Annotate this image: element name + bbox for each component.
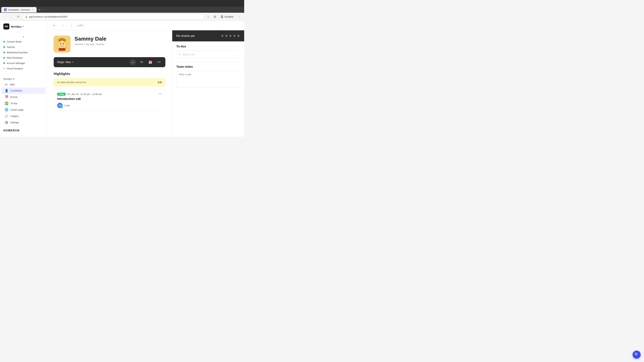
prev-candidate-button[interactable]: ↑ xyxy=(60,22,66,28)
job-status-dot xyxy=(3,41,5,42)
action-bar: Stage: New ▾ — ✉ 📅 ••• xyxy=(54,57,165,67)
edit-retention-button[interactable]: Edit xyxy=(158,81,162,84)
main-content: × ↑ ↓ 1 of 3 xyxy=(47,21,244,137)
event-time-row: Today Fri, Jan 19 · 11:45 pm - 12:00 am xyxy=(57,93,102,96)
warning-text: No data retention period set xyxy=(57,81,86,84)
add-todo-icon: + xyxy=(179,52,181,56)
bookmark-button[interactable]: ☆ xyxy=(206,14,211,19)
forward-button[interactable]: → xyxy=(9,14,14,19)
review-label: No review yet xyxy=(176,34,194,38)
new-tab-button[interactable]: + xyxy=(37,7,42,12)
job-status-dot xyxy=(3,62,5,64)
url-text: app.homerun.co/candidates/5425507 xyxy=(29,15,68,18)
stage-select[interactable]: Stage: New ▾ xyxy=(57,61,127,64)
add-todo-button[interactable]: + Add a to-do xyxy=(176,51,240,58)
sidebar-item-content-writer[interactable]: Content Writer xyxy=(0,39,47,44)
org-section-header[interactable]: Moodjoy ▾ xyxy=(0,77,47,81)
active-tab[interactable]: H Candidates · Homerun × xyxy=(1,7,36,12)
attendee-row: SS ✓ 1 yes xyxy=(57,103,162,108)
sidebar-item-insights[interactable]: 📈 Insights xyxy=(1,113,46,119)
sidebar-item-visual-designer[interactable]: Visual Designer xyxy=(0,66,47,71)
svg-point-3 xyxy=(59,41,66,48)
tab-title: Candidates · Homerun xyxy=(8,8,30,11)
incognito-icon: 🕵 xyxy=(221,15,224,18)
email-button[interactable]: ✉ xyxy=(138,59,144,65)
attendee-count: 1 yes xyxy=(64,104,70,107)
sidebar-item-events[interactable]: 📅 Events xyxy=(1,94,46,100)
tab-search-button[interactable]: ⊞ xyxy=(212,14,218,19)
team-notes-input[interactable] xyxy=(176,71,240,88)
browser-menu-button[interactable]: ⋮ xyxy=(237,14,242,19)
events-icon: 📅 xyxy=(5,95,8,99)
star-5[interactable]: ★ xyxy=(237,34,240,38)
homerun-logo: HOMERUN xyxy=(3,129,44,132)
more-icon: ••• xyxy=(158,60,161,64)
star-2[interactable]: ★ xyxy=(225,34,228,38)
close-candidate-button[interactable]: × xyxy=(51,22,57,28)
todos-section: To-dos + Add a to-do xyxy=(172,41,244,62)
event-more-button[interactable]: ••• xyxy=(159,92,162,96)
job-status-dot xyxy=(3,46,5,48)
job-status-dot-draft xyxy=(3,68,5,69)
content-area: Sammy Dale Sourced 1 day ago · Teacher S… xyxy=(47,30,244,137)
data-retention-warning: No data retention period set Edit xyxy=(54,78,165,86)
settings-icon: ⚙️ xyxy=(5,121,8,124)
scroll-up-button[interactable]: ▲ xyxy=(22,34,26,38)
star-3[interactable]: ★ xyxy=(229,34,232,38)
sidebar-header: MM Moodjoy ▾ xyxy=(0,21,47,32)
stars-row[interactable]: ★ ★ ★ ★ ★ xyxy=(221,34,240,38)
tab-close-button[interactable]: × xyxy=(31,8,34,11)
sidebar-footer: HOMERUN xyxy=(0,127,47,134)
jobs-icon: 🗂 xyxy=(5,83,8,86)
tab-bar: H Candidates · Homerun × + xyxy=(0,7,244,13)
review-section: No review yet ★ ★ ★ ★ ★ xyxy=(172,30,244,41)
sidebar-item-web-developer[interactable]: Web Developer xyxy=(0,55,47,60)
schedule-button[interactable]: 📅 xyxy=(147,59,153,65)
nav-label-jobs: Jobs xyxy=(10,83,15,86)
address-bar[interactable]: 🔒 app.homerun.co/candidates/5425507 xyxy=(22,14,204,19)
todos-title: To-dos xyxy=(176,45,240,48)
star-4[interactable]: ★ xyxy=(233,34,236,38)
candidate-name: Sammy Dale xyxy=(74,36,106,42)
sidebar: MM Moodjoy ▾ ▲ Content Writer Teacher Ma… xyxy=(0,21,47,137)
sidebar-item-career-page[interactable]: 🌐 Career page xyxy=(1,107,46,113)
stage-label: Stage: New xyxy=(57,61,71,64)
back-button[interactable]: ← xyxy=(2,14,8,19)
highlights-section: Highlights No data retention period set … xyxy=(54,72,165,86)
incognito-indicator: 🕵 Incognito xyxy=(219,15,236,18)
sidebar-item-candidates[interactable]: 👤 Candidates xyxy=(1,87,46,94)
event-datetime: Fri, Jan 19 · 11:45 pm - 12:00 am xyxy=(67,93,102,95)
today-badge: Today xyxy=(57,93,66,96)
nav-label-career-page: Career page xyxy=(10,108,24,111)
reload-button[interactable]: ↻ xyxy=(16,14,21,19)
org-name[interactable]: Moodjoy ▾ xyxy=(11,25,24,28)
incognito-label: Incognito xyxy=(224,15,234,18)
job-status-dot xyxy=(3,52,5,53)
attendee-check-icon: ✓ xyxy=(60,106,63,108)
svg-rect-6 xyxy=(59,48,66,51)
todos-icon: ✅ xyxy=(5,102,8,105)
sidebar-item-teacher[interactable]: Teacher xyxy=(0,44,47,50)
calendar-icon: 📅 xyxy=(148,60,152,64)
sidebar-item-todos[interactable]: ✅ To-dos xyxy=(1,100,46,107)
candidate-avatar xyxy=(54,36,70,52)
job-status-dot xyxy=(3,57,5,59)
reject-button[interactable]: — xyxy=(130,59,136,65)
candidate-main: Sammy Dale Sourced 1 day ago · Teacher S… xyxy=(47,30,172,137)
more-actions-button[interactable]: ••• xyxy=(156,59,162,65)
event-header: Today Fri, Jan 19 · 11:45 pm - 12:00 am … xyxy=(57,92,162,96)
org-section: Moodjoy ▾ 🗂 Jobs 👤 Candidates 📅 Events ✅… xyxy=(0,75,47,127)
add-todo-placeholder: Add a to-do xyxy=(183,53,195,56)
reject-icon: — xyxy=(131,60,134,64)
sidebar-item-jobs[interactable]: 🗂 Jobs xyxy=(1,81,46,87)
star-1[interactable]: ★ xyxy=(221,34,224,38)
right-panel: No review yet ★ ★ ★ ★ ★ To-dos + Add a t… xyxy=(172,30,244,137)
sidebar-item-marketing-associate[interactable]: Marketing Associate xyxy=(0,50,47,55)
org-chevron-icon: ▾ xyxy=(22,25,24,28)
address-bar-row: ← → ↻ 🔒 app.homerun.co/candidates/542550… xyxy=(0,13,244,21)
tab-favicon: H xyxy=(4,8,7,11)
next-candidate-button[interactable]: ↓ xyxy=(68,22,74,28)
sidebar-item-account-manager[interactable]: Account Manager xyxy=(0,60,47,66)
career-page-icon: 🌐 xyxy=(5,108,8,112)
sidebar-item-settings[interactable]: ⚙️ Settings xyxy=(1,119,46,126)
